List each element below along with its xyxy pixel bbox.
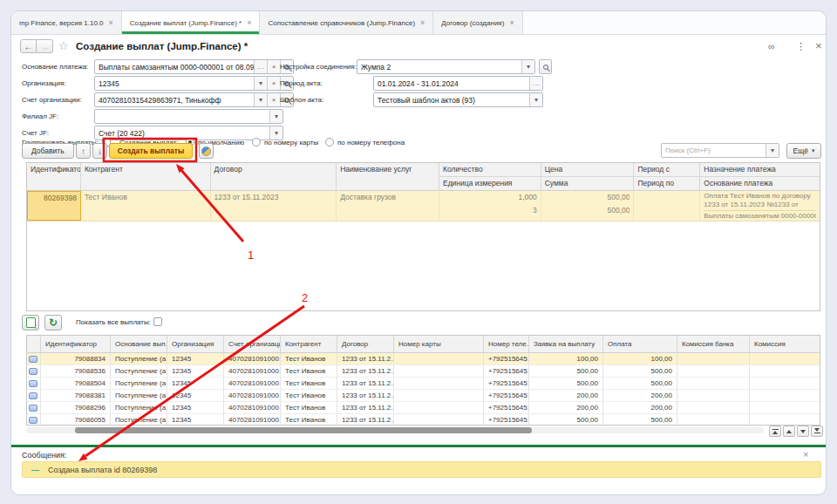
table-cell[interactable]: 79088296 xyxy=(41,402,111,413)
table-cell[interactable]: +79251564512 xyxy=(484,353,529,364)
cell-purpose[interactable]: Оплата Тест Иванов по договору 1233 от 1… xyxy=(700,191,820,221)
table-cell[interactable]: 79086055 xyxy=(41,414,111,426)
search-dropdown-icon[interactable]: ▾ xyxy=(766,144,779,157)
table-cell[interactable]: 500,00 xyxy=(529,378,603,389)
table-cell[interactable]: Тест Иванов xyxy=(281,353,337,364)
column-header-id[interactable]: Идентификатор xyxy=(27,163,81,190)
column-header[interactable]: Контрагент xyxy=(281,336,337,352)
column-header[interactable]: Основание вып… xyxy=(111,336,167,352)
table-cell[interactable]: 79088536 xyxy=(41,365,111,377)
table-cell[interactable]: Поступление (а… xyxy=(111,390,167,401)
column-header[interactable]: Оплата xyxy=(603,336,677,352)
table-cell[interactable]: 4070281091000… xyxy=(224,353,281,364)
table-cell[interactable] xyxy=(394,414,484,426)
scrollbar-thumb[interactable] xyxy=(75,427,532,433)
table-cell[interactable] xyxy=(677,365,750,377)
table-cell[interactable]: 12345 xyxy=(167,402,224,413)
favorite-star-icon[interactable]: ☆ xyxy=(58,40,69,51)
table-cell[interactable]: +79251564512 xyxy=(484,414,529,426)
table-cell[interactable] xyxy=(394,402,484,413)
tab-create-payments[interactable]: Создание выплат (Jump.Finance) * × xyxy=(122,11,261,34)
radio-by-card[interactable] xyxy=(252,138,261,146)
table-cell[interactable]: 1233 от 15.11.2… xyxy=(337,353,394,364)
tab-close-icon[interactable]: × xyxy=(420,19,425,27)
table-row[interactable]: 80269398 Тест Иванов 1233 от 15.11.2023 … xyxy=(27,191,820,221)
move-up-button[interactable]: ↑ xyxy=(76,143,91,159)
table-cell[interactable]: 12345 xyxy=(167,390,224,401)
table-cell[interactable]: Тест Иванов xyxy=(281,378,337,389)
table-cell[interactable]: 79088504 xyxy=(41,378,111,389)
tab-close-icon[interactable]: × xyxy=(109,19,113,27)
table-cell[interactable] xyxy=(394,353,484,364)
table-row[interactable]: 79088296Поступление (а…12345407028109100… xyxy=(27,402,820,414)
column-header-service[interactable]: Наименование услуг xyxy=(337,163,439,190)
table-cell[interactable]: 1233 от 15.11.2… xyxy=(337,402,394,413)
table-cell[interactable] xyxy=(677,390,750,401)
table-cell[interactable]: 4070281091000… xyxy=(224,414,281,426)
close-window-icon[interactable]: × xyxy=(815,40,822,52)
column-header-period[interactable]: Период с Период по xyxy=(634,163,700,190)
cell-price[interactable]: 500,00 500,00 xyxy=(541,191,635,221)
table-row[interactable]: 79088504Поступление (а…12345407028109100… xyxy=(27,378,820,390)
column-header-price[interactable]: Цена Сумма xyxy=(541,163,635,190)
column-header-qty[interactable]: Количество Единица измерения xyxy=(439,163,541,190)
table-cell[interactable]: 200,00 xyxy=(603,390,677,401)
table-cell[interactable]: 1233 от 15.11.2… xyxy=(337,390,394,401)
column-header[interactable]: Номер теле… xyxy=(484,336,529,352)
add-button[interactable]: Добавить xyxy=(22,143,74,159)
column-header-basis[interactable]: Основание платежа xyxy=(700,177,820,190)
table-cell[interactable]: 200,00 xyxy=(529,402,603,413)
cell-qty[interactable]: 1,000 3 xyxy=(439,191,541,221)
forward-button[interactable]: → xyxy=(37,39,53,53)
go-next-button[interactable] xyxy=(797,426,809,437)
table-cell[interactable]: Тест Иванов xyxy=(281,390,337,401)
table-cell[interactable]: 4070281091000… xyxy=(224,402,281,413)
message-item[interactable]: — Создана выплата id 80269398 xyxy=(22,461,821,478)
open-connection-button[interactable] xyxy=(539,59,552,74)
back-button[interactable]: ← xyxy=(20,39,37,53)
dropdown-icon[interactable]: ▾ xyxy=(269,126,282,140)
link-icon[interactable]: ∞ xyxy=(768,40,775,52)
search-input[interactable] xyxy=(662,144,766,157)
dropdown-icon[interactable]: ▾ xyxy=(254,93,267,106)
table-cell[interactable]: 1233 от 15.11.2… xyxy=(337,365,394,377)
org-account-field[interactable]: 40702810315429863971, Тинькофф ▾ × xyxy=(94,92,294,107)
table-cell[interactable]: 12345 xyxy=(167,353,224,364)
table-cell[interactable] xyxy=(677,378,750,389)
column-header[interactable]: Организация xyxy=(167,336,224,352)
table-cell[interactable]: 12345 xyxy=(167,378,224,389)
table-cell[interactable]: Поступление (а… xyxy=(111,414,167,426)
table-cell[interactable]: Поступление (а… xyxy=(111,378,167,389)
table-cell[interactable]: 200,00 xyxy=(529,390,603,401)
table-row[interactable]: 79088834Поступление (а…12345407028109100… xyxy=(27,353,820,365)
table-cell[interactable]: 500,00 xyxy=(603,414,677,426)
ellipsis-button[interactable]: … xyxy=(529,77,542,90)
show-all-payments-checkbox[interactable] xyxy=(153,317,162,326)
column-header[interactable]: Заявка на выплату xyxy=(529,336,603,352)
table-cell[interactable]: 500,00 xyxy=(529,414,603,426)
table-cell[interactable]: Тест Иванов xyxy=(281,365,337,377)
table-cell[interactable] xyxy=(677,353,750,364)
go-first-button[interactable] xyxy=(769,426,781,437)
table-cell[interactable] xyxy=(750,353,820,364)
table-cell[interactable]: 1233 от 15.11.2… xyxy=(337,378,394,389)
go-prev-button[interactable] xyxy=(783,426,795,437)
ellipsis-button[interactable]: … xyxy=(254,60,267,73)
create-and-send-button[interactable] xyxy=(199,143,214,159)
table-cell[interactable]: +79251564512 xyxy=(484,378,529,389)
cell-contract[interactable]: 1233 от 15.11.2023 xyxy=(211,191,337,221)
table-row[interactable]: 79086055Поступление (а…12345407028109100… xyxy=(27,414,820,426)
table-cell[interactable]: 500,00 xyxy=(529,365,603,377)
table-cell[interactable] xyxy=(677,414,750,426)
tab-close-icon[interactable]: × xyxy=(509,19,514,27)
create-payments-button[interactable]: Создать выплаты xyxy=(109,143,193,159)
table-cell[interactable] xyxy=(750,378,820,389)
table-cell[interactable]: 79088834 xyxy=(41,353,111,364)
table-cell[interactable] xyxy=(394,365,484,377)
table-cell[interactable]: 12345 xyxy=(167,414,224,426)
column-header[interactable]: Договор xyxy=(337,336,394,352)
column-header-unit[interactable]: Единица измерения xyxy=(439,177,541,190)
column-header[interactable]: Идентификатор xyxy=(41,336,111,352)
table-cell[interactable] xyxy=(394,378,484,389)
branch-field[interactable]: ▾ xyxy=(94,109,283,124)
